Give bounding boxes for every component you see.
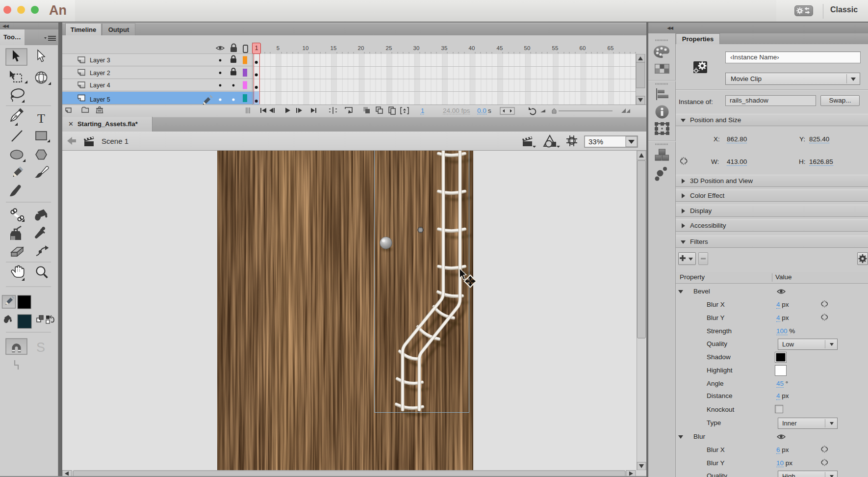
svg-text:Layer 5: Layer 5 bbox=[90, 96, 110, 103]
svg-text:50: 50 bbox=[524, 45, 531, 51]
svg-text:5: 5 bbox=[277, 45, 280, 51]
svg-text:0.0: 0.0 bbox=[477, 107, 486, 114]
svg-text:Scene 1: Scene 1 bbox=[102, 137, 128, 145]
svg-text:65: 65 bbox=[608, 45, 614, 51]
svg-text:60: 60 bbox=[580, 45, 586, 51]
svg-text:45: 45 bbox=[497, 45, 503, 51]
svg-text:55: 55 bbox=[552, 45, 559, 51]
svg-text:T: T bbox=[37, 111, 45, 126]
svg-text:20: 20 bbox=[358, 45, 364, 51]
svg-text:S: S bbox=[36, 340, 45, 355]
svg-text:33%: 33% bbox=[588, 137, 603, 146]
svg-text:35: 35 bbox=[441, 45, 448, 51]
svg-text:24.00 fps: 24.00 fps bbox=[443, 107, 470, 114]
svg-text:s: s bbox=[488, 107, 491, 114]
svg-text:25: 25 bbox=[386, 45, 392, 51]
svg-text:Layer 2: Layer 2 bbox=[90, 70, 110, 77]
svg-text:Layer 4: Layer 4 bbox=[90, 82, 110, 89]
svg-text:30: 30 bbox=[413, 45, 420, 51]
svg-text:10: 10 bbox=[303, 45, 309, 51]
svg-text:15: 15 bbox=[331, 45, 337, 51]
svg-text:1: 1 bbox=[421, 107, 424, 114]
svg-text:40: 40 bbox=[469, 45, 475, 51]
svg-text:Layer 3: Layer 3 bbox=[90, 57, 110, 64]
